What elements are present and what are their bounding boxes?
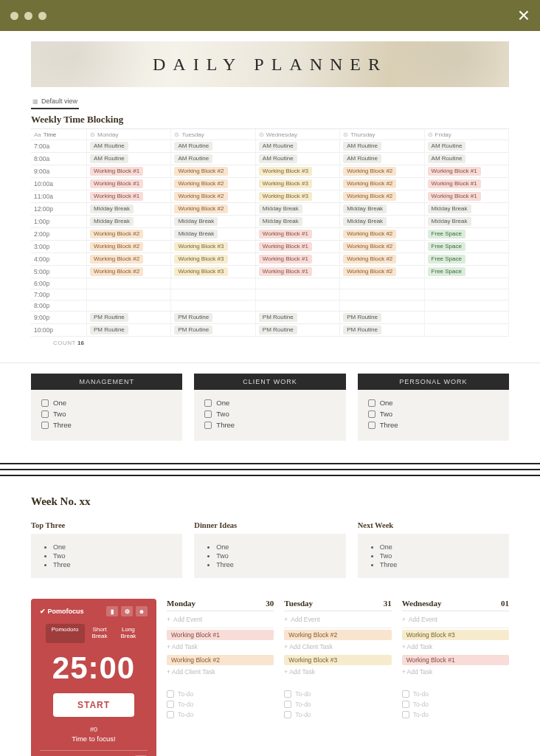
timeblock-cell[interactable]: AM Routine (340, 140, 424, 153)
add-task-button[interactable]: + Add Client Task (284, 640, 391, 653)
timeblock-pill[interactable]: Working Block #2 (90, 267, 143, 276)
checkbox-icon[interactable] (368, 422, 375, 429)
note-item[interactable]: Two (53, 551, 170, 560)
note-item[interactable]: Three (380, 560, 497, 569)
timeblock-pill[interactable]: Working Block #3 (174, 255, 227, 264)
timeblock-pill[interactable]: Free Space (428, 255, 465, 264)
timeblock-cell[interactable] (425, 289, 509, 300)
timeblock-cell[interactable]: PM Routine (87, 324, 171, 337)
checkbox-icon[interactable] (284, 701, 291, 708)
checkbox-icon[interactable] (368, 399, 375, 407)
todo-item[interactable]: To-do (284, 699, 391, 709)
timeblock-cell[interactable]: PM Routine (340, 324, 424, 337)
timeblock-cell[interactable]: PM Routine (171, 324, 255, 337)
todo-item[interactable]: To-do (167, 699, 274, 709)
timeblock-cell[interactable]: AM Routine (256, 153, 340, 165)
timeblock-pill[interactable]: AM Routine (343, 142, 381, 151)
timeblock-cell[interactable]: Free Space (425, 253, 509, 266)
timeblock-cell[interactable]: AM Routine (171, 153, 255, 165)
timeblock-cell[interactable]: Working Block #3 (171, 241, 255, 253)
timeblock-pill[interactable]: Working Block #2 (343, 267, 396, 276)
timeblock-pill[interactable]: PM Routine (174, 313, 212, 322)
timeblock-pill[interactable]: Working Block #1 (259, 230, 312, 238)
timeblock-cell[interactable]: Working Block #2 (87, 241, 171, 253)
window-dot[interactable] (24, 12, 32, 20)
timeblock-pill[interactable]: Midday Break (174, 230, 218, 238)
timeblock-pill[interactable]: Working Block #3 (259, 179, 312, 188)
timeblock-cell[interactable]: Free Space (425, 228, 509, 241)
user-icon[interactable]: ☻ (136, 606, 148, 616)
timeblock-pill[interactable]: PM Routine (259, 326, 297, 334)
timeblock-cell[interactable]: Working Block #2 (340, 190, 424, 203)
timeblock-cell[interactable]: Working Block #3 (256, 190, 340, 203)
timeblock-pill[interactable]: AM Routine (343, 154, 381, 163)
add-task-button[interactable]: + Add Task (402, 665, 509, 678)
timeblock-pill[interactable]: Working Block #3 (259, 192, 312, 201)
checkbox-icon[interactable] (402, 711, 409, 718)
timeblock-cell[interactable]: Midday Break (340, 203, 424, 216)
timeblock-pill[interactable]: AM Routine (428, 142, 466, 151)
timeblock-cell[interactable] (171, 278, 255, 289)
checklist-item[interactable]: One (368, 397, 499, 408)
timeblock-pill[interactable]: Working Block #2 (174, 192, 227, 201)
note-item[interactable]: One (53, 543, 170, 551)
timeblock-cell[interactable] (425, 324, 509, 337)
timeblock-pill[interactable]: AM Routine (174, 154, 212, 163)
timeblock-pill[interactable]: Working Block #3 (259, 167, 312, 176)
timeblock-pill[interactable]: Working Block #2 (174, 179, 227, 188)
timeblock-cell[interactable]: Working Block #2 (87, 266, 171, 278)
timeblock-cell[interactable]: Working Block #1 (425, 190, 509, 203)
report-icon[interactable]: ▮ (106, 606, 118, 616)
timeblock-pill[interactable]: AM Routine (90, 154, 128, 163)
checkbox-icon[interactable] (402, 701, 409, 708)
checkbox-icon[interactable] (204, 422, 212, 429)
day-block[interactable]: Working Block #2 (167, 655, 274, 665)
note-item[interactable]: Three (53, 560, 170, 569)
timeblock-cell[interactable]: Midday Break (87, 203, 171, 216)
timeblock-cell[interactable]: Working Block #2 (87, 253, 171, 266)
timeblock-cell[interactable]: Midday Break (256, 216, 340, 228)
timeblock-pill[interactable]: Midday Break (428, 205, 471, 213)
timeblock-cell[interactable]: Midday Break (256, 203, 340, 216)
checklist-item[interactable]: Two (204, 408, 335, 419)
add-task-button[interactable]: + Add Task (284, 665, 391, 678)
timeblock-cell[interactable]: AM Routine (340, 153, 424, 165)
checkbox-icon[interactable] (284, 690, 291, 698)
checkbox-icon[interactable] (204, 399, 212, 407)
timeblock-pill[interactable]: PM Routine (90, 326, 128, 334)
pomo-start-button[interactable]: START (53, 693, 134, 717)
timeblock-cell[interactable]: Midday Break (171, 216, 255, 228)
view-tab-default[interactable]: ▦ Default view (31, 94, 79, 109)
todo-item[interactable]: To-do (167, 709, 274, 720)
timeblock-cell[interactable]: PM Routine (256, 312, 340, 324)
timeblock-cell[interactable] (425, 300, 509, 312)
todo-item[interactable]: To-do (402, 699, 509, 709)
timeblock-cell[interactable] (87, 300, 171, 312)
timeblock-cell[interactable]: Working Block #2 (340, 165, 424, 178)
day-block[interactable]: Working Block #3 (402, 630, 509, 640)
add-task-button[interactable]: + Add Task (402, 640, 509, 653)
timeblock-pill[interactable]: PM Routine (174, 326, 212, 334)
day-block[interactable]: Working Block #1 (402, 655, 509, 665)
timeblock-cell[interactable]: Working Block #2 (87, 228, 171, 241)
timeblock-cell[interactable]: Working Block #1 (87, 165, 171, 178)
timeblock-cell[interactable]: AM Routine (425, 153, 509, 165)
timeblock-cell[interactable]: Working Block #1 (256, 266, 340, 278)
window-dot[interactable] (38, 12, 46, 20)
timeblock-cell[interactable]: Midday Break (171, 228, 255, 241)
timeblock-pill[interactable]: AM Routine (90, 142, 128, 151)
timeblock-pill[interactable]: Free Space (428, 230, 465, 238)
timeblock-cell[interactable]: Working Block #3 (171, 253, 255, 266)
todo-item[interactable]: To-do (284, 689, 391, 699)
gear-icon[interactable]: ⚙ (121, 606, 133, 616)
timeblock-cell[interactable]: Working Block #1 (87, 178, 171, 190)
checkbox-icon[interactable] (402, 690, 409, 698)
checklist-item[interactable]: Two (41, 408, 172, 419)
timeblock-pill[interactable]: Working Block #1 (428, 167, 481, 176)
window-dot[interactable] (10, 12, 18, 20)
timeblock-cell[interactable]: AM Routine (171, 140, 255, 153)
pomo-tab[interactable]: Pomodoro (46, 624, 85, 643)
close-icon[interactable]: × (518, 5, 530, 26)
timeblock-cell[interactable]: Working Block #2 (340, 253, 424, 266)
todo-item[interactable]: To-do (284, 709, 391, 720)
